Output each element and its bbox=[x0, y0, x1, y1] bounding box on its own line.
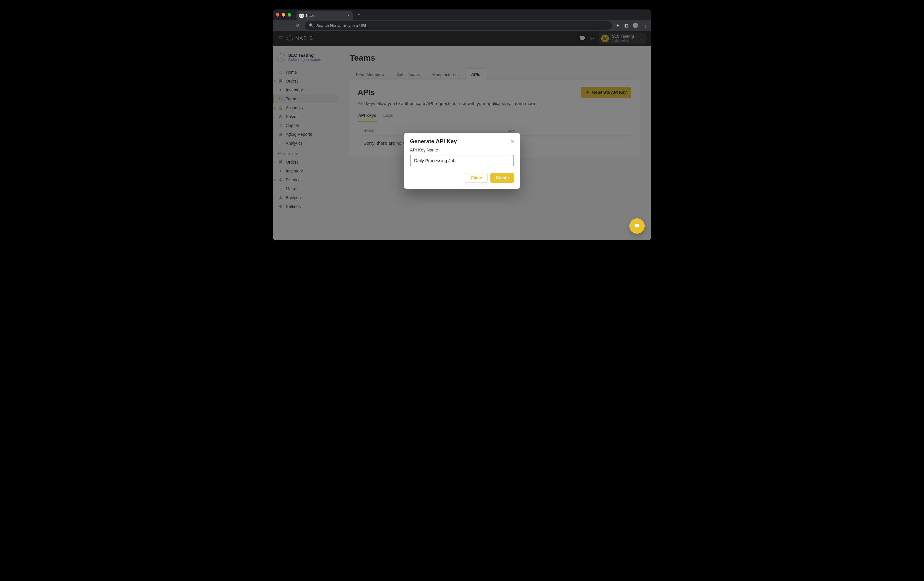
back-button[interactable]: ← bbox=[276, 23, 282, 28]
browser-tab[interactable]: Nabis × bbox=[297, 11, 353, 20]
modal-close-button[interactable]: ✕ bbox=[510, 139, 514, 144]
app-root: ☰ NABIS 💬 ⊕ NA SLC Testing Nabis Admin ⌄ bbox=[273, 31, 651, 240]
modal-create-action[interactable]: Create bbox=[490, 173, 514, 183]
new-tab-button[interactable]: + bbox=[355, 12, 363, 18]
search-icon: 🔍 bbox=[309, 23, 314, 28]
browser-menu-icon[interactable]: ⋮ bbox=[643, 23, 648, 28]
minimize-window-button[interactable] bbox=[282, 13, 285, 17]
browser-tab-strip: Nabis × + ⌄ bbox=[273, 10, 651, 20]
forward-button[interactable]: → bbox=[286, 23, 291, 28]
window: Nabis × + ⌄ ← → ⟳ 🔍 Search Neeva or type… bbox=[273, 10, 651, 240]
intercom-launcher[interactable] bbox=[629, 218, 645, 234]
modal-close-action[interactable]: Close bbox=[465, 173, 487, 183]
modal-title: Generate API Key bbox=[410, 138, 457, 145]
api-key-name-input[interactable] bbox=[410, 155, 514, 166]
address-bar[interactable]: 🔍 Search Neeva or type a URL bbox=[305, 21, 612, 30]
extensions-icon[interactable]: ✦ bbox=[616, 23, 620, 28]
window-controls bbox=[276, 13, 291, 17]
tab-close-icon[interactable]: × bbox=[347, 13, 350, 18]
maximize-window-button[interactable] bbox=[288, 13, 291, 17]
tab-title: Nabis bbox=[306, 13, 315, 18]
api-key-name-label: API Key Name bbox=[410, 147, 514, 152]
generate-api-key-modal: Generate API Key ✕ API Key Name Close Cr… bbox=[404, 133, 520, 189]
browser-toolbar: ← → ⟳ 🔍 Search Neeva or type a URL ✦ ◧ ⋮ bbox=[273, 20, 651, 31]
sidepanel-icon[interactable]: ◧ bbox=[624, 23, 628, 28]
reload-button[interactable]: ⟳ bbox=[295, 23, 300, 28]
close-window-button[interactable] bbox=[276, 13, 279, 17]
chat-bubble-icon bbox=[634, 222, 640, 230]
profile-avatar-icon[interactable] bbox=[633, 23, 638, 28]
tab-favicon-icon bbox=[299, 13, 304, 18]
address-placeholder: Search Neeva or type a URL bbox=[316, 23, 367, 28]
tabs-dropdown-icon[interactable]: ⌄ bbox=[645, 13, 648, 17]
